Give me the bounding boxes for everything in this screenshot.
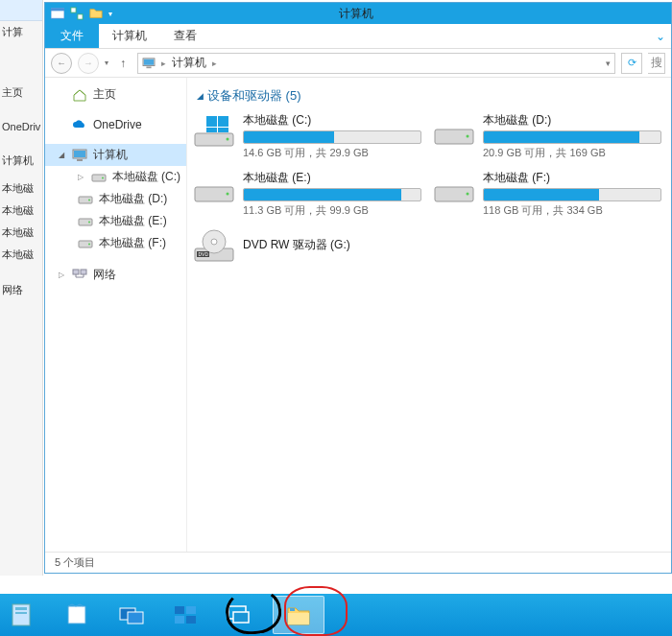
svg-rect-45 (186, 616, 196, 624)
nav-drive-f[interactable]: 本地磁盘 (F:) (45, 232, 186, 254)
drive-c[interactable]: 本地磁盘 (C:) 14.6 GB 可用，共 29.9 GB (193, 112, 416, 160)
svg-rect-9 (77, 159, 83, 161)
titlebar[interactable]: ▾ 计算机 (45, 3, 671, 24)
drive-icon (193, 170, 235, 206)
nav-label: 本地磁盘 (C:) (112, 169, 180, 185)
drive-d[interactable]: 本地磁盘 (D:) 20.9 GB 可用，共 169 GB (433, 112, 656, 160)
svg-rect-22 (206, 116, 217, 127)
drive-f[interactable]: 本地磁盘 (F:) 118 GB 可用，共 334 GB (433, 170, 656, 218)
nav-home[interactable]: 主页 (45, 83, 186, 106)
nav-label: 本地磁盘 (F:) (99, 235, 166, 251)
svg-rect-39 (15, 612, 27, 614)
svg-rect-5 (144, 59, 154, 64)
search-box[interactable]: 搜 (648, 53, 665, 74)
svg-rect-18 (73, 270, 79, 274)
svg-point-34 (211, 239, 217, 245)
nav-label: 计算机 (93, 147, 128, 163)
svg-rect-47 (233, 612, 249, 623)
taskbar-app-5[interactable] (219, 599, 259, 631)
nav-drive-d[interactable]: 本地磁盘 (D:) (45, 188, 186, 210)
drive-dvd[interactable]: DVD DVD RW 驱动器 (G:) (193, 227, 416, 264)
nav-label: OneDrive (93, 118, 142, 131)
up-button[interactable]: ↑ (114, 57, 132, 70)
drive-icon (78, 215, 93, 228)
file-tab[interactable]: 文件 (45, 24, 99, 48)
item-count: 5 个项目 (55, 555, 95, 570)
address-bar[interactable]: ▸ 计算机 ▸ ▾ (137, 53, 615, 74)
status-bar: 5 个项目 (45, 552, 671, 573)
taskbar-app-4[interactable] (165, 599, 205, 631)
drive-stats: 14.6 GB 可用，共 29.9 GB (243, 144, 421, 160)
forward-button[interactable]: → (78, 53, 99, 74)
ribbon-tabs: 文件 计算机 查看 ⌄ (45, 24, 671, 49)
drive-name: DVD RW 驱动器 (G:) (243, 227, 416, 255)
nav-label: 主页 (93, 86, 116, 103)
network-icon (72, 269, 87, 282)
svg-point-31 (467, 193, 469, 196)
usage-bar (483, 130, 661, 144)
navigation-bar: ← → ▾ ↑ ▸ 计算机 ▸ ▾ ⟳ 搜 (45, 49, 671, 78)
expand-icon[interactable]: ◢ (59, 151, 66, 159)
drive-icon (78, 237, 93, 250)
breadcrumb-separator[interactable]: ▸ (212, 59, 217, 68)
svg-rect-19 (81, 270, 86, 274)
svg-rect-41 (128, 612, 143, 624)
nav-label: 网络 (93, 267, 116, 283)
svg-point-11 (102, 177, 104, 178)
drive-icon (78, 193, 93, 206)
nav-drive-c[interactable]: ▷ 本地磁盘 (C:) (45, 166, 186, 188)
drive-name: 本地磁盘 (E:) (243, 170, 421, 188)
recent-dropdown-icon[interactable]: ▾ (105, 59, 108, 67)
usage-bar (243, 130, 421, 144)
back-button[interactable]: ← (51, 53, 72, 74)
breadcrumb[interactable]: 计算机 (172, 55, 206, 71)
qat-dropdown-icon[interactable]: ▾ (108, 10, 112, 18)
nav-onedrive[interactable]: OneDrive (45, 115, 186, 134)
view-tab[interactable]: 查看 (160, 24, 210, 48)
properties-icon[interactable] (70, 7, 84, 20)
nav-network[interactable]: ▷ 网络 (45, 264, 186, 286)
taskbar-app-3[interactable] (111, 599, 152, 631)
svg-point-15 (88, 221, 90, 223)
app-icon (51, 7, 64, 20)
expand-icon[interactable]: ▷ (78, 173, 85, 181)
nav-label: 本地磁盘 (D:) (99, 191, 167, 207)
usage-bar (243, 188, 421, 201)
group-title: 设备和驱动器 (5) (207, 87, 301, 105)
drives-grid: 本地磁盘 (C:) 14.6 GB 可用，共 29.9 GB 本地磁盘 (D:)… (193, 112, 665, 264)
taskbar-file-explorer[interactable] (273, 596, 324, 634)
svg-rect-49 (290, 608, 295, 611)
svg-rect-3 (78, 14, 83, 19)
svg-rect-8 (74, 151, 85, 157)
collapse-icon[interactable]: ◢ (197, 91, 204, 101)
drive-icon (433, 112, 475, 149)
dvd-drive-icon: DVD (193, 227, 235, 264)
taskbar-app-1[interactable] (4, 599, 44, 631)
nav-label: 本地磁盘 (E:) (99, 213, 167, 229)
group-header[interactable]: ◢ 设备和驱动器 (5) (193, 85, 665, 112)
ribbon-expand-icon[interactable]: ⌄ (650, 24, 671, 48)
folder-icon[interactable] (89, 7, 103, 20)
taskbar-notes[interactable] (58, 599, 98, 631)
system-drive-icon (193, 112, 235, 149)
breadcrumb-separator[interactable]: ▸ (161, 59, 166, 68)
svg-rect-1 (51, 9, 64, 12)
svg-point-21 (227, 138, 229, 141)
svg-point-27 (467, 135, 469, 138)
nav-computer[interactable]: ◢ 计算机 (45, 144, 186, 166)
drive-e[interactable]: 本地磁盘 (E:) 11.3 GB 可用，共 99.9 GB (193, 170, 416, 218)
expand-icon[interactable]: ▷ (59, 271, 66, 279)
svg-point-13 (88, 199, 90, 200)
refresh-button[interactable]: ⟳ (621, 53, 642, 74)
svg-rect-38 (15, 607, 27, 610)
svg-text:DVD: DVD (199, 251, 209, 257)
background-window: 计算 主页 OneDriv 计算机 本地磁 本地磁 本地磁 本地磁 网络 (0, 0, 43, 576)
taskbar[interactable] (0, 594, 672, 636)
nav-drive-e[interactable]: 本地磁盘 (E:) (45, 210, 186, 232)
computer-tab[interactable]: 计算机 (99, 24, 160, 48)
content-area[interactable]: ◢ 设备和驱动器 (5) 本地磁盘 (C:) 14.6 GB 可用，共 29.9… (187, 78, 671, 552)
address-dropdown-icon[interactable]: ▾ (606, 59, 611, 68)
cloud-icon (72, 118, 87, 131)
svg-rect-43 (186, 606, 196, 614)
home-icon (72, 88, 87, 102)
